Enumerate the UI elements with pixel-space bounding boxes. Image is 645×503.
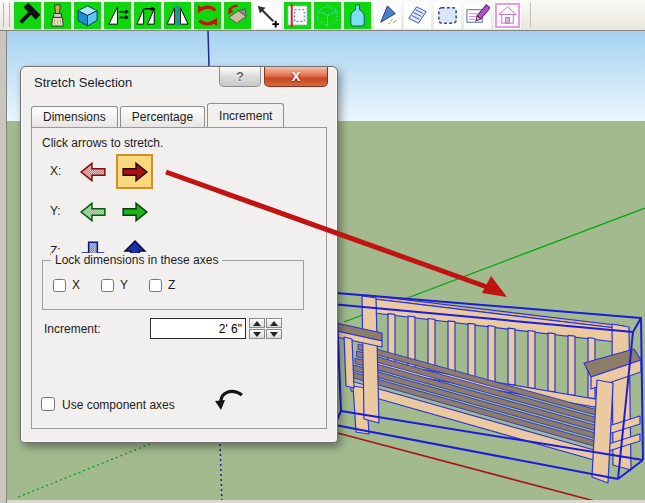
rotate-tool-icon[interactable] <box>194 2 221 29</box>
spinner-up-fine[interactable] <box>266 318 282 328</box>
close-button[interactable]: X <box>264 67 328 87</box>
paint-tool-icon[interactable] <box>44 2 71 29</box>
select-area-tool-icon[interactable] <box>434 2 461 29</box>
increment-label: Increment: <box>44 322 101 336</box>
axis-label-y: Y: <box>50 204 61 218</box>
drop-pin-tool-icon[interactable] <box>374 2 401 29</box>
arrow-right-solid-icon <box>121 200 149 224</box>
lock-x-label: X <box>72 278 80 292</box>
stretch-x-positive-button[interactable] <box>116 154 153 189</box>
mirror-tool-icon[interactable] <box>134 2 161 29</box>
toolbar-grip[interactable] <box>3 3 10 27</box>
rotate-to-plane-tool-icon[interactable] <box>224 2 251 29</box>
lock-y-option: Y <box>101 278 128 292</box>
lock-y-label: Y <box>120 278 128 292</box>
home-tool-icon[interactable] <box>494 2 521 29</box>
sketchup-window: Stretch Selection ? X Dimensions Percent… <box>0 0 645 503</box>
move-copy-tool-icon[interactable] <box>254 2 281 29</box>
tab-increment[interactable]: Increment <box>207 103 284 127</box>
spinner-up-coarse[interactable] <box>249 318 265 328</box>
use-component-axes-label: Use component axes <box>62 398 175 412</box>
arrow-left-stipple-icon <box>79 160 107 184</box>
increment-tab-page: Click arrows to stretch. X: Y: <box>31 127 327 429</box>
tab-percentage[interactable]: Percentage <box>120 106 205 127</box>
stretch-row-x: X: <box>32 154 326 192</box>
lock-axes-group: Lock dimensions in these axes X Y Z <box>42 260 304 310</box>
up-arrow-icon <box>253 321 261 326</box>
arrow-left-stipple-icon <box>79 200 107 224</box>
lock-z-option: Z <box>149 278 175 292</box>
dialog-title: Stretch Selection <box>34 75 132 90</box>
down-arrow-icon <box>270 332 278 337</box>
lock-x-checkbox[interactable] <box>53 279 66 292</box>
hammer-tool-icon[interactable] <box>14 2 41 29</box>
stretch-row-y: Y: <box>32 194 326 232</box>
edit-form-tool-icon[interactable] <box>464 2 491 29</box>
footer-row: Use component axes <box>32 394 326 422</box>
instruction-text: Click arrows to stretch. <box>42 136 163 150</box>
stretch-y-positive-button[interactable] <box>116 194 153 229</box>
spinner-down-coarse[interactable] <box>249 329 265 339</box>
stretch-x-negative-button[interactable] <box>74 154 111 189</box>
toolbar-separator <box>530 3 531 27</box>
stretch-tool-icon[interactable] <box>104 2 131 29</box>
wireframe-box-tool-icon[interactable] <box>314 2 341 29</box>
lock-z-checkbox[interactable] <box>149 279 162 292</box>
stretch-area-tool-icon[interactable] <box>284 2 311 29</box>
arrow-right-solid-icon <box>121 160 149 184</box>
box-tool-icon[interactable] <box>74 2 101 29</box>
spinner-down-fine[interactable] <box>266 329 282 339</box>
plugin-toolbar <box>0 0 645 31</box>
lock-y-checkbox[interactable] <box>101 279 114 292</box>
stretch-selection-dialog: Stretch Selection ? X Dimensions Percent… <box>20 66 338 443</box>
window-left-border <box>0 31 7 503</box>
lock-z-label: Z <box>168 278 175 292</box>
axis-label-x: X: <box>50 164 61 178</box>
hatch-face-tool-icon[interactable] <box>404 2 431 29</box>
undo-icon[interactable] <box>212 386 248 418</box>
lock-x-option: X <box>53 278 80 292</box>
increment-input[interactable] <box>150 318 246 339</box>
flip-tool-icon[interactable] <box>164 2 191 29</box>
increment-spinners <box>249 318 282 339</box>
use-component-axes-checkbox[interactable] <box>41 397 55 411</box>
help-button[interactable]: ? <box>219 67 261 87</box>
lock-axes-group-title: Lock dimensions in these axes <box>51 253 222 267</box>
tab-dimensions[interactable]: Dimensions <box>31 106 118 127</box>
stretch-y-negative-button[interactable] <box>74 194 111 229</box>
down-arrow-icon <box>253 332 261 337</box>
bottle-tool-icon[interactable] <box>344 2 371 29</box>
increment-row: Increment: <box>32 318 326 342</box>
up-arrow-icon <box>270 321 278 326</box>
tab-strip: Dimensions Percentage Increment <box>31 106 286 128</box>
